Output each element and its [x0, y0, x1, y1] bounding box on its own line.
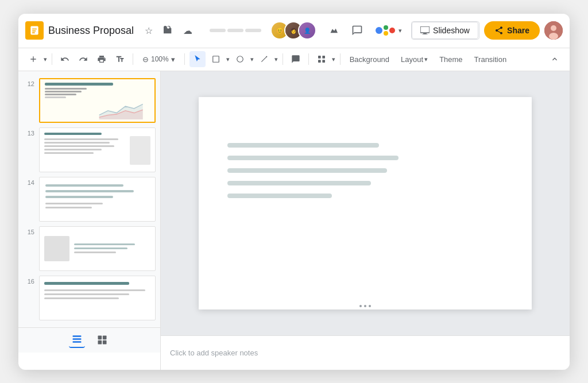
toolbar-right: [547, 51, 563, 67]
shape-tool[interactable]: [232, 51, 248, 67]
chat-icon[interactable]: [349, 20, 366, 41]
svg-rect-3: [32, 32, 35, 33]
layout-label: Layout: [401, 55, 423, 64]
theme-button[interactable]: Theme: [435, 53, 467, 66]
header-icons: ☆ ☁: [141, 22, 196, 38]
document-title: Business Proposal: [48, 25, 134, 37]
slide-number-15: 15: [23, 226, 34, 235]
trending-icon[interactable]: [326, 20, 343, 41]
panel-bottom-tabs: [18, 327, 160, 353]
menu-dot: [210, 29, 226, 32]
canvas-line-2: [227, 156, 399, 160]
undo-button[interactable]: [57, 51, 73, 67]
add-caret[interactable]: ▾: [44, 56, 47, 63]
notes-area[interactable]: Click to add speaker notes: [161, 335, 570, 370]
slide-item-13[interactable]: 13: [18, 125, 160, 175]
slide-number-16: 16: [23, 276, 34, 285]
format-button[interactable]: [112, 51, 128, 67]
tab-grid-view[interactable]: [94, 332, 110, 348]
zoom-caret: ▾: [171, 55, 175, 64]
svg-rect-24: [102, 341, 106, 345]
print-button[interactable]: [94, 51, 110, 67]
app-header: Business Proposal ☆ ☁ 😊 👩 👤: [18, 14, 570, 48]
slideshow-button[interactable]: Slideshow: [412, 22, 478, 39]
line-tool[interactable]: [256, 51, 272, 67]
notes-placeholder: Click to add speaker notes: [170, 349, 258, 357]
drive-icon[interactable]: [160, 22, 176, 38]
slide-thumbnail-14: [39, 177, 156, 222]
star-icon[interactable]: ☆: [141, 22, 157, 38]
menu-dots: [210, 29, 261, 32]
slide-canvas-wrapper: [161, 71, 570, 335]
frame-caret[interactable]: ▾: [226, 56, 230, 63]
toolbar: ▾ ⊖ 100% ▾ ▾ ▾: [18, 48, 570, 71]
svg-rect-14: [318, 60, 321, 63]
slide-thumbnail-15: [39, 226, 156, 271]
zoom-label: 100%: [151, 55, 169, 63]
comment-tool[interactable]: [288, 51, 304, 67]
slide-canvas[interactable]: [199, 97, 532, 310]
menu-dot: [227, 29, 243, 32]
toolbar-sep-6: [340, 53, 341, 65]
frame-tool[interactable]: [208, 51, 224, 67]
slide-item-15[interactable]: 15: [18, 224, 160, 273]
slide-thumbnail-16: [39, 276, 156, 320]
transition-button[interactable]: Transition: [470, 53, 512, 66]
layout-view-tool[interactable]: [314, 51, 330, 67]
transition-label: Transition: [474, 55, 507, 64]
svg-rect-13: [322, 56, 325, 59]
slide-thumbnail-12: [39, 78, 156, 123]
svg-rect-20: [72, 341, 81, 343]
meet-icon: [376, 25, 395, 36]
theme-label: Theme: [439, 55, 462, 64]
slide-item-14[interactable]: 14: [18, 175, 160, 224]
svg-rect-19: [72, 338, 81, 340]
slideshow-wrapper: Slideshow ▾: [411, 21, 479, 40]
slide-number-13: 13: [23, 127, 34, 137]
svg-rect-22: [102, 336, 106, 340]
layout-caret[interactable]: ▾: [332, 56, 335, 63]
add-button[interactable]: [25, 51, 41, 67]
svg-rect-4: [420, 26, 430, 33]
menu-dot: [245, 29, 261, 32]
svg-rect-5: [423, 33, 427, 34]
slide-number-12: 12: [23, 78, 34, 87]
collab-avatar-3[interactable]: 👤: [298, 21, 316, 40]
layout-button[interactable]: Layout ▾: [396, 53, 432, 66]
svg-rect-1: [32, 29, 37, 30]
shape-caret[interactable]: ▾: [250, 56, 254, 63]
canvas-line-3: [227, 168, 387, 173]
meet-button[interactable]: ▾: [371, 23, 407, 38]
share-label: Share: [507, 26, 529, 35]
toolbar-sep-3: [184, 53, 185, 65]
background-label: Background: [350, 55, 389, 64]
user-avatar[interactable]: [544, 21, 563, 40]
share-button[interactable]: Share: [484, 21, 540, 40]
canvas-line-4: [227, 181, 371, 185]
slide-item-16[interactable]: 16: [18, 273, 160, 323]
zoom-level: ⊖: [142, 55, 149, 64]
line-caret[interactable]: ▾: [274, 56, 278, 63]
collab-avatars: 😊 👩 👤: [270, 21, 316, 40]
cloud-icon[interactable]: ☁: [180, 22, 196, 38]
slide-item-12[interactable]: 12: [18, 76, 160, 125]
main-content: 12: [18, 71, 570, 370]
svg-rect-12: [318, 56, 321, 59]
redo-button[interactable]: [75, 51, 91, 67]
svg-rect-6: [422, 34, 428, 35]
select-tool[interactable]: [189, 51, 206, 67]
zoom-button[interactable]: ⊖ 100% ▾: [138, 53, 180, 66]
resize-handle: [359, 305, 371, 310]
svg-rect-18: [72, 335, 81, 337]
toolbar-sep-1: [52, 53, 52, 65]
svg-point-8: [551, 25, 556, 31]
canvas-line-1: [227, 143, 379, 148]
toolbar-sep-2: [133, 53, 133, 65]
svg-point-9: [549, 33, 558, 40]
background-button[interactable]: Background: [345, 53, 394, 66]
svg-point-11: [237, 56, 243, 63]
collapse-toolbar-button[interactable]: [547, 51, 563, 67]
slide-thumbnail-13: [39, 127, 156, 172]
toolbar-sep-5: [308, 53, 309, 65]
tab-list-view[interactable]: [69, 332, 85, 348]
